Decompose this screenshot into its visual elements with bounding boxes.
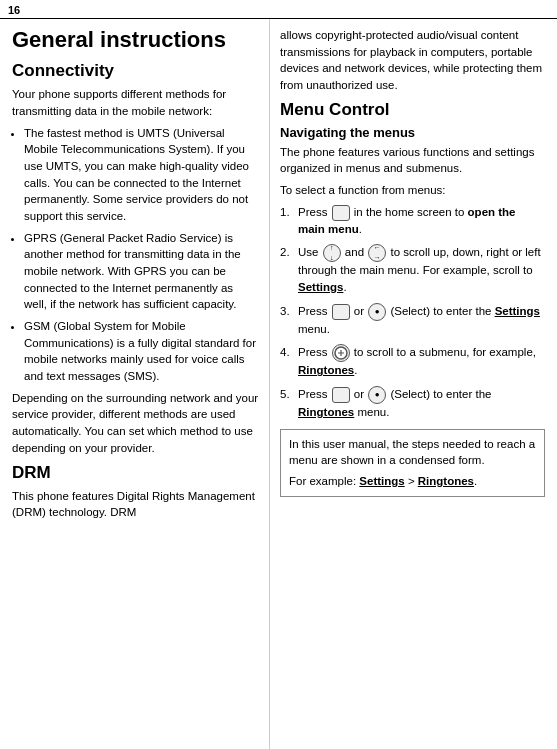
step-3-text: Press or ● (Select) to enter the Setting… [298, 303, 545, 338]
note-line1: In this user manual, the steps needed to… [289, 436, 536, 469]
step-3-btn1 [332, 304, 350, 320]
step-1-button [332, 205, 350, 221]
navigating-intro: The phone features various functions and… [280, 144, 545, 177]
step-1-text: Press in the home screen to open the mai… [298, 204, 545, 238]
right-column: allows copyright-protected audio/visual … [270, 19, 557, 749]
note-box: In this user manual, the steps needed to… [280, 429, 545, 497]
step-3-press: Press [298, 305, 331, 317]
main-title: General instructions [12, 27, 259, 53]
note-for-example: For example: [289, 475, 359, 487]
page-number: 16 [0, 0, 557, 19]
step-3-btn2: ● [368, 303, 386, 321]
step-3-settings: Settings [495, 305, 540, 317]
step-2: 2. Use ↑↓ and ←→ to scroll up, down, rig… [280, 244, 545, 295]
list-item: The fastest method is UMTS (Universal Mo… [24, 125, 259, 225]
content-area: General instructions Connectivity Your p… [0, 19, 557, 749]
page: 16 General instructions Connectivity You… [0, 0, 557, 749]
list-item: GSM (Global System for Mobile Communicat… [24, 318, 259, 385]
connectivity-intro: Your phone supports different methods fo… [12, 86, 259, 119]
step-3-num: 3. [280, 303, 298, 320]
step-1: 1. Press in the home screen to open the … [280, 204, 545, 238]
step-4-ringtones: Ringtones [298, 364, 354, 376]
step-5-press: Press [298, 388, 331, 400]
step-2-and: and [345, 246, 367, 258]
note-line2: For example: Settings > Ringtones. [289, 473, 536, 490]
step-1-press: Press [298, 206, 331, 218]
note-arrow: > [405, 475, 418, 487]
step-3: 3. Press or ● (Select) to enter the Sett… [280, 303, 545, 338]
drm-text: This phone features Digital Rights Manag… [12, 488, 259, 521]
step-2-use: Use [298, 246, 322, 258]
step-4-btn [332, 344, 350, 362]
step-5: 5. Press or ● (Select) to enter the Ring… [280, 386, 545, 421]
list-item: GPRS (General Packet Radio Service) is a… [24, 230, 259, 313]
step-4-press: Press [298, 346, 331, 358]
step-2-settings: Settings [298, 281, 343, 293]
step-4-num: 4. [280, 344, 298, 361]
step-5-or: or [354, 388, 367, 400]
navigating-title: Navigating the menus [280, 125, 545, 140]
left-column: General instructions Connectivity Your p… [0, 19, 270, 749]
note-ringtones: Ringtones [418, 475, 474, 487]
note-settings: Settings [359, 475, 404, 487]
step-2-btn2: ←→ [368, 244, 386, 262]
depending-text: Depending on the surrounding network and… [12, 390, 259, 457]
select-function: To select a function from menus: [280, 182, 545, 199]
step-2-text: Use ↑↓ and ←→ to scroll up, down, right … [298, 244, 545, 295]
step-5-btn2: ● [368, 386, 386, 404]
step-2-num: 2. [280, 244, 298, 261]
step-5-ringtones: Ringtones [298, 406, 354, 418]
step-4-text: Press to scroll to a submenu, for exampl… [298, 344, 545, 379]
drm-title: DRM [12, 463, 259, 483]
note-end: . [474, 475, 477, 487]
step-5-num: 5. [280, 386, 298, 403]
steps-list: 1. Press in the home screen to open the … [280, 204, 545, 421]
step-3-or: or [354, 305, 367, 317]
bullet-list: The fastest method is UMTS (Universal Mo… [12, 125, 259, 385]
drm-continuation: allows copyright-protected audio/visual … [280, 27, 545, 94]
step-2-btn1: ↑↓ [323, 244, 341, 262]
step-5-btn1 [332, 387, 350, 403]
step-5-text: Press or ● (Select) to enter the Rington… [298, 386, 545, 421]
step-1-num: 1. [280, 204, 298, 221]
connectivity-title: Connectivity [12, 61, 259, 81]
step-4: 4. Press to scroll to a submenu, for exa… [280, 344, 545, 379]
menu-control-title: Menu Control [280, 100, 545, 120]
